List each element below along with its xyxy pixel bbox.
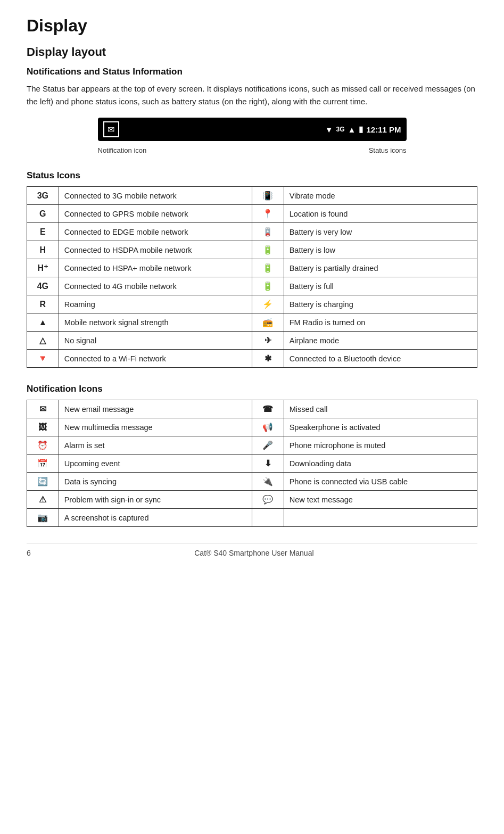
- table-row: R Roaming ⚡ Battery is charging: [27, 295, 477, 313]
- table-row: ⚠ Problem with sign-in or sync 💬 New tex…: [27, 491, 477, 509]
- notif-icon: 🖼: [27, 418, 59, 436]
- table-row: 4G Connected to 4G mobile network 🔋 Batt…: [27, 277, 477, 295]
- table-row: E Connected to EDGE mobile network 🪫 Bat…: [27, 223, 477, 241]
- notif-desc: Alarm is set: [59, 436, 252, 455]
- battery-icon: ▮: [359, 125, 363, 134]
- table-row: ✉ New email message ☎ Missed call: [27, 400, 477, 418]
- table-row: 🔻 Connected to a Wi-Fi network ✱ Connect…: [27, 350, 477, 368]
- notif-desc: Problem with sign-in or sync: [59, 491, 252, 509]
- status-icon: 3G: [27, 187, 59, 205]
- notif-icon2: [252, 509, 284, 527]
- notif-icon2: 💬: [252, 491, 284, 509]
- notif-icon2: 🔌: [252, 473, 284, 491]
- time-display: 12:11 PM: [366, 125, 401, 134]
- table-row: ⏰ Alarm is set 🎤 Phone microphone is mut…: [27, 436, 477, 455]
- notif-icon: 📷: [27, 509, 59, 527]
- table-row: 📅 Upcoming event ⬇ Downloading data: [27, 455, 477, 473]
- table-row: H⁺ Connected to HSPA+ mobile network 🔋 B…: [27, 259, 477, 277]
- statusbar-image: ✉ ▼ 3G ▲ ▮ 12:11 PM: [98, 118, 407, 141]
- status-icons-title: Status Icons: [27, 170, 477, 181]
- notif-icon2: ☎: [252, 400, 284, 418]
- status-desc: Connected to HSPA+ mobile network: [59, 259, 252, 277]
- status-desc: No signal: [59, 332, 252, 350]
- notification-icon-box: ✉: [103, 121, 119, 137]
- status-icon2: 📍: [252, 205, 284, 223]
- status-icon: G: [27, 205, 59, 223]
- table-row: H Connected to HSDPA mobile network 🔋 Ba…: [27, 241, 477, 259]
- notif-desc: New multimedia message: [59, 418, 252, 436]
- status-icon: △: [27, 332, 59, 350]
- notif-icon: 🔄: [27, 473, 59, 491]
- notif-desc2: Missed call: [284, 400, 477, 418]
- notif-icon: ✉: [27, 400, 59, 418]
- status-desc2: Battery is low: [284, 241, 477, 259]
- notif-desc: Data is syncing: [59, 473, 252, 491]
- table-row: 🔄 Data is syncing 🔌 Phone is connected v…: [27, 473, 477, 491]
- notif-icon: ⏰: [27, 436, 59, 455]
- envelope-icon: ✉: [108, 125, 114, 135]
- notif-icon: 📅: [27, 455, 59, 473]
- status-desc: Connected to EDGE mobile network: [59, 223, 252, 241]
- signal-3g-icon: 3G: [336, 126, 345, 133]
- status-icon2: 🔋: [252, 277, 284, 295]
- notif-icon2: ⬇: [252, 455, 284, 473]
- status-desc: Mobile network signal strength: [59, 313, 252, 332]
- status-desc: Connected to GPRS mobile network: [59, 205, 252, 223]
- status-desc: Connected to 3G mobile network: [59, 187, 252, 205]
- status-icon2: 🔋: [252, 259, 284, 277]
- signal-bars-icon: ▲: [348, 125, 356, 134]
- table-row: G Connected to GPRS mobile network 📍 Loc…: [27, 205, 477, 223]
- status-icon: H⁺: [27, 259, 59, 277]
- table-row: △ No signal ✈ Airplane mode: [27, 332, 477, 350]
- status-desc2: Battery is partially drained: [284, 259, 477, 277]
- status-desc2: Battery is full: [284, 277, 477, 295]
- statusbar-demo: ✉ ▼ 3G ▲ ▮ 12:11 PM: [27, 118, 477, 141]
- notif-icon: ⚠: [27, 491, 59, 509]
- notif-desc2: Phone microphone is muted: [284, 436, 477, 455]
- status-icon2: 📻: [252, 313, 284, 332]
- status-desc2: Vibrate mode: [284, 187, 477, 205]
- table-row: 3G Connected to 3G mobile network 📳 Vibr…: [27, 187, 477, 205]
- notif-icon2: 🎤: [252, 436, 284, 455]
- notif-desc: Upcoming event: [59, 455, 252, 473]
- notif-desc2: Phone is connected via USB cable: [284, 473, 477, 491]
- page-number: 6: [27, 549, 31, 557]
- status-icon2: 🪫: [252, 223, 284, 241]
- status-desc: Connected to a Wi-Fi network: [59, 350, 252, 368]
- statusbar-right: ▼ 3G ▲ ▮ 12:11 PM: [325, 125, 401, 134]
- notif-desc2: [284, 509, 477, 527]
- statusbar-labels: Notification icon Status icons: [98, 146, 407, 154]
- status-desc: Connected to HSDPA mobile network: [59, 241, 252, 259]
- notif-desc: New email message: [59, 400, 252, 418]
- table-row: ▲ Mobile network signal strength 📻 FM Ra…: [27, 313, 477, 332]
- notifications-status-title: Notifications and Status Information: [27, 67, 477, 77]
- status-icon2: 📳: [252, 187, 284, 205]
- status-icons-table: 3G Connected to 3G mobile network 📳 Vibr…: [27, 186, 477, 368]
- notification-icon-label: Notification icon: [98, 146, 147, 154]
- status-icon: E: [27, 223, 59, 241]
- status-icon2: 🔋: [252, 241, 284, 259]
- notif-desc: A screenshot is captured: [59, 509, 252, 527]
- status-desc2: Location is found: [284, 205, 477, 223]
- status-desc2: Connected to a Bluetooth device: [284, 350, 477, 368]
- notif-desc2: New text message: [284, 491, 477, 509]
- notif-desc2: Speakerphone is activated: [284, 418, 477, 436]
- status-desc: Connected to 4G mobile network: [59, 277, 252, 295]
- status-icon2: ⚡: [252, 295, 284, 313]
- status-icon: R: [27, 295, 59, 313]
- status-icon: 🔻: [27, 350, 59, 368]
- table-row: 📷 A screenshot is captured: [27, 509, 477, 527]
- status-desc: Roaming: [59, 295, 252, 313]
- status-desc2: Battery is charging: [284, 295, 477, 313]
- statusbar-left: ✉: [103, 121, 119, 137]
- display-layout-title: Display layout: [27, 45, 477, 59]
- notif-icon2: 📢: [252, 418, 284, 436]
- notification-icons-title: Notification Icons: [27, 384, 477, 394]
- table-row: 🖼 New multimedia message 📢 Speakerphone …: [27, 418, 477, 436]
- footer-center-text: Cat® S40 Smartphone User Manual: [194, 549, 313, 557]
- page-title: Display: [27, 16, 477, 36]
- status-icon: H: [27, 241, 59, 259]
- body-text: The Status bar appears at the top of eve…: [27, 82, 477, 108]
- status-desc2: Battery is very low: [284, 223, 477, 241]
- wifi-icon: ▼: [325, 125, 333, 134]
